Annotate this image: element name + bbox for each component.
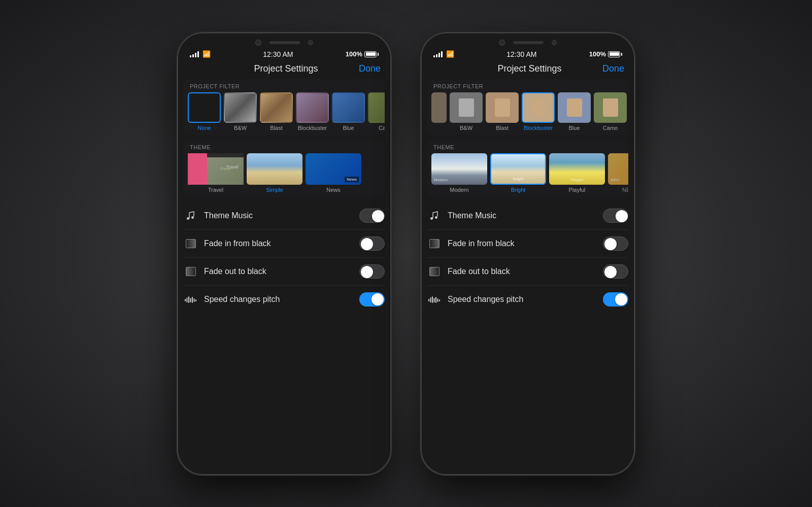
p2-theme-thumb-bright[interactable]: Bright bbox=[490, 153, 546, 185]
p2-filter-item-partial[interactable] bbox=[431, 92, 447, 131]
phone-2-time: 12:30 AM bbox=[506, 50, 536, 58]
phone-2-theme-scroll[interactable]: Modern Modern Bright Bright Playful Play… bbox=[427, 153, 628, 197]
theme-label-simple: Simple bbox=[266, 187, 283, 193]
phone-1-status-right: 100% bbox=[346, 50, 379, 58]
filter-label-none: None bbox=[197, 125, 211, 131]
phone-2-settings: Theme Music Fade in from black Fade out … bbox=[421, 202, 634, 313]
filter-thumb-cam[interactable] bbox=[368, 92, 385, 123]
signal-bar-2 bbox=[192, 54, 194, 57]
phone-1-filter-scroll[interactable]: None B&W Blast Blockbuster Blue bbox=[184, 92, 385, 135]
toggle-knob-speed-pitch bbox=[371, 293, 384, 306]
p2-filter-label-blast: Blast bbox=[496, 125, 508, 131]
phone-2-filter-section: PROJECT FILTER B&W Blast Blockbuster bbox=[427, 79, 628, 135]
p2-signal-bar-3 bbox=[438, 53, 440, 57]
theme-item-news[interactable]: News News bbox=[306, 153, 361, 193]
p2-filter-item-blue[interactable]: Blue bbox=[558, 92, 591, 131]
filter-item-none[interactable]: None bbox=[188, 92, 221, 131]
toggle-knob-theme-music bbox=[372, 210, 384, 222]
setting-row-speed-pitch: Speed changes pitch bbox=[184, 286, 385, 313]
filter-item-blast[interactable]: Blast bbox=[260, 92, 293, 131]
p2-toggle-theme-music[interactable] bbox=[603, 209, 628, 223]
p2-theme-item-modern[interactable]: Modern Modern bbox=[431, 153, 487, 193]
theme-thumb-simple[interactable] bbox=[247, 153, 302, 185]
p2-setting-label-fade-out: Fade out to black bbox=[448, 267, 603, 276]
battery-icon bbox=[364, 51, 379, 57]
p2-toggle-fade-out[interactable] bbox=[603, 264, 628, 279]
phone-2-signal-bars-icon bbox=[433, 51, 443, 57]
setting-row-fade-in: Fade in from black bbox=[184, 230, 385, 258]
p2-toggle-speed-pitch[interactable] bbox=[603, 292, 628, 307]
theme-item-travel[interactable]: Travel Travel bbox=[188, 153, 244, 193]
toggle-fade-in[interactable] bbox=[359, 236, 385, 251]
filter-item-cam[interactable]: Cam bbox=[368, 92, 385, 131]
p2-theme-item-bright[interactable]: Bright Bright bbox=[490, 153, 546, 193]
p2-filter-thumb-blast[interactable] bbox=[486, 92, 519, 123]
toggle-speed-pitch[interactable] bbox=[359, 292, 385, 307]
p2-theme-thumb-playful[interactable]: Playful bbox=[549, 153, 605, 185]
p2-filter-thumb-blue[interactable] bbox=[558, 92, 591, 123]
phone-1-camera-dot bbox=[255, 40, 261, 46]
toggle-theme-music[interactable] bbox=[359, 209, 385, 223]
svg-rect-9 bbox=[432, 296, 433, 303]
p2-toggle-knob-speed-pitch bbox=[615, 293, 627, 306]
p2-filter-thumb-blockbuster[interactable] bbox=[522, 92, 555, 123]
p2-filter-item-camo[interactable]: Camo bbox=[594, 92, 627, 131]
filter-label-cam: Cam bbox=[379, 125, 385, 131]
svg-rect-1 bbox=[187, 297, 188, 302]
p2-filter-item-blockbuster[interactable]: Blockbuster bbox=[522, 92, 555, 131]
p2-setting-row-fade-in: Fade in from black bbox=[427, 230, 628, 258]
phone-2-done-button[interactable]: Done bbox=[602, 63, 624, 74]
phone-1-settings: Theme Music Fade in from black Fade out … bbox=[178, 202, 391, 313]
theme-thumb-travel[interactable]: Travel bbox=[188, 153, 244, 185]
p2-theme-item-playful[interactable]: Playful Playful bbox=[549, 153, 605, 193]
phone-2-status-left: 📶 bbox=[433, 50, 454, 58]
news-badge: News bbox=[345, 177, 359, 182]
svg-rect-4 bbox=[192, 297, 193, 303]
svg-rect-2 bbox=[188, 296, 189, 303]
setting-label-theme-music: Theme Music bbox=[204, 211, 359, 220]
phone-2-filter-scroll[interactable]: B&W Blast Blockbuster Blue Camo bbox=[427, 92, 628, 135]
battery-tip bbox=[378, 53, 379, 56]
svg-rect-13 bbox=[439, 299, 440, 301]
theme-item-simple[interactable]: Simple bbox=[247, 153, 302, 193]
p2-filter-thumb-camo[interactable] bbox=[594, 92, 627, 123]
filter-thumb-none[interactable] bbox=[188, 92, 221, 123]
p2-filter-item-bw[interactable]: B&W bbox=[450, 92, 483, 131]
phone-1-notch bbox=[178, 33, 391, 48]
filter-thumb-blue[interactable] bbox=[332, 92, 365, 123]
p2-theme-item-neo[interactable]: NEO NEO bbox=[608, 153, 628, 193]
phone-1-nav: Project Settings Done bbox=[178, 60, 391, 79]
filter-thumb-blockbuster[interactable] bbox=[296, 92, 329, 123]
filter-thumb-blast[interactable] bbox=[260, 92, 293, 123]
toggle-fade-out[interactable] bbox=[359, 264, 385, 279]
phone-1-status-left: 📶 bbox=[190, 50, 211, 58]
phone-2-theme-section: THEME Modern Modern Bright Bright bbox=[427, 140, 628, 197]
phone-1-done-button[interactable]: Done bbox=[359, 63, 381, 74]
p2-toggle-fade-in[interactable] bbox=[603, 236, 628, 251]
p2-theme-thumb-neo[interactable]: NEO bbox=[608, 153, 628, 185]
filter-thumb-bw[interactable] bbox=[224, 92, 257, 123]
p2-filter-thumb-bw[interactable] bbox=[450, 92, 483, 123]
theme-thumb-news[interactable]: News bbox=[306, 153, 361, 185]
filter-item-blue[interactable]: Blue bbox=[332, 92, 365, 131]
phone-2-battery-pct: 100% bbox=[589, 50, 606, 58]
svg-rect-0 bbox=[185, 299, 186, 301]
signal-bars-icon bbox=[190, 51, 199, 57]
svg-rect-3 bbox=[190, 298, 191, 302]
p2-filter-item-blast[interactable]: Blast bbox=[486, 92, 519, 131]
filter-item-blockbuster[interactable]: Blockbuster bbox=[296, 92, 329, 131]
phone-1-filter-header: PROJECT FILTER bbox=[184, 79, 385, 92]
svg-rect-6 bbox=[195, 299, 196, 301]
filter-item-bw[interactable]: B&W bbox=[224, 92, 257, 131]
p2-theme-label-modern: Modern bbox=[450, 187, 468, 193]
p2-setting-row-theme-music: Theme Music bbox=[427, 202, 628, 230]
p2-toggle-knob-fade-in bbox=[604, 238, 617, 250]
battery-body bbox=[364, 51, 377, 57]
phone-1-status-bar: 📶 12:30 AM 100% bbox=[178, 48, 391, 60]
phone-1-speaker bbox=[269, 41, 300, 44]
phone-1-theme-scroll[interactable]: Travel Travel Simple News News bbox=[184, 153, 385, 197]
p2-filter-thumb-partial[interactable] bbox=[431, 92, 447, 123]
filter-label-blast: Blast bbox=[270, 125, 282, 131]
p2-theme-thumb-modern[interactable]: Modern bbox=[431, 153, 487, 185]
phone-2-status-bar: 📶 12:30 AM 100% bbox=[421, 48, 634, 60]
